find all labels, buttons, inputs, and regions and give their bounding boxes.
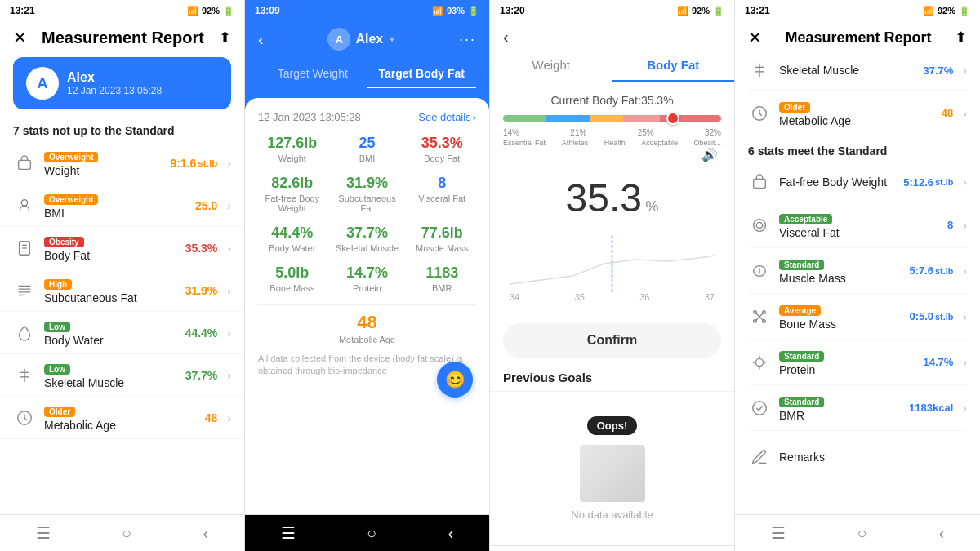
axis-37: 37: [705, 292, 715, 302]
bmr-label: BMR: [779, 409, 901, 422]
nav-menu-icon-4[interactable]: ☰: [771, 523, 786, 543]
weight-icon: [13, 152, 36, 175]
metric-bmi[interactable]: 25 BMI: [333, 135, 402, 163]
sm-chevron-icon: ›: [963, 64, 967, 77]
close-icon-4[interactable]: ✕: [748, 28, 762, 47]
list-item[interactable]: Older Metabolic Age 48 ›: [748, 91, 967, 136]
list-item[interactable]: Low Skeletal Muscle 37.7% ›: [0, 354, 244, 397]
back-button-3[interactable]: ‹: [503, 28, 509, 47]
see-details-btn[interactable]: See details ›: [418, 111, 476, 123]
subcutaneous-chevron-icon: ›: [227, 284, 231, 297]
skeletal-chevron-icon: ›: [227, 369, 231, 382]
back-button-2[interactable]: ‹: [258, 30, 264, 49]
metric-muscle-lbl: Muscle Mass: [408, 243, 476, 253]
header-4: ✕ Measurement Report ⬆: [735, 21, 980, 51]
bf-number: 35.3: [566, 176, 642, 220]
share-icon-4[interactable]: ⬆: [955, 29, 967, 47]
metric-muscle[interactable]: 77.6lb Muscle Mass: [408, 224, 476, 253]
tab-bodyfat-3[interactable]: Body Fat: [612, 50, 735, 82]
metric-bmr-lbl: BMR: [408, 283, 476, 293]
metric-bmr-val: 1183: [408, 264, 476, 282]
tab-target-bodyfat[interactable]: Target Body Fat: [368, 60, 477, 88]
protein-badge: Standard: [779, 351, 824, 362]
list-item[interactable]: Standard Protein 14.7% ›: [748, 340, 967, 385]
date-row-2: 12 Jan 2023 13:05:28 See details ›: [258, 111, 476, 123]
metric-bodywater-val: 44.4%: [258, 224, 327, 242]
bodywater-chevron-icon: ›: [227, 327, 231, 340]
weight-info: Overweight Weight: [44, 149, 162, 177]
fatfree-info: Fat-free Body Weight: [779, 176, 895, 189]
list-item[interactable]: Overweight BMI 25.0 ›: [0, 184, 244, 227]
protein-value: 14.7%: [923, 356, 953, 368]
metric-bone[interactable]: 5.0lb Bone Mass: [258, 264, 327, 293]
list-item[interactable]: Obesity Body Fat 35.3% ›: [0, 227, 244, 269]
skeletal-muscle-label: Skeletal Muscle: [779, 64, 915, 77]
tab-weight-3[interactable]: Weight: [490, 50, 612, 82]
list-item[interactable]: Fat-free Body Weight 5:12.6st.lb ›: [748, 162, 967, 202]
nav-home-icon[interactable]: ○: [122, 524, 131, 543]
list-item[interactable]: Overweight Weight 9:1.6st.lb ›: [0, 142, 244, 184]
close-icon[interactable]: ✕: [13, 28, 27, 47]
tab-target-weight[interactable]: Target Weight: [258, 60, 368, 88]
bf-label-32: 32%: [705, 128, 721, 137]
battery-3: 92%: [692, 6, 710, 16]
confirm-button[interactable]: Confirm: [503, 323, 721, 358]
metric-bodyfat[interactable]: 35.3% Body Fat: [408, 135, 476, 163]
user-info-1: Alex 12 Jan 2023 13:05:28: [67, 70, 162, 96]
nav-back-icon-4[interactable]: ‹: [938, 524, 944, 543]
list-item[interactable]: Standard BMR 1183kcal ›: [748, 385, 967, 431]
metric-bodywater[interactable]: 44.4% Body Water: [258, 224, 327, 253]
list-item[interactable]: Standard Muscle Mass 5:7.6st.lb ›: [748, 248, 967, 294]
metabolicage-badge: Older: [44, 407, 75, 417]
list-item[interactable]: Average Bone Mass 0:5.0st.lb ›: [748, 294, 967, 340]
nav-bar-3: ☰ ○ ‹: [490, 545, 734, 551]
fab-button[interactable]: 😊: [437, 362, 473, 398]
nav-home-icon-4[interactable]: ○: [858, 524, 867, 543]
skeletal-label: Skeletal Muscle: [44, 376, 177, 389]
bmi-chevron-icon: ›: [227, 199, 231, 212]
share-icon[interactable]: ⬆: [219, 29, 231, 47]
metric-skeletal[interactable]: 37.7% Skeletal Muscle: [333, 224, 402, 253]
metric-protein[interactable]: 14.7% Protein: [333, 264, 402, 293]
nav-back-icon[interactable]: ‹: [203, 524, 209, 543]
fatfree-value: 5:12.6st.lb: [903, 176, 953, 189]
bf-label-21: 21%: [570, 128, 586, 137]
bf-indicator: [666, 112, 679, 125]
metric-weight[interactable]: 127.6lb Weight: [258, 135, 327, 163]
nav-home-icon-2[interactable]: ○: [367, 524, 376, 543]
metric-bmr[interactable]: 1183 BMR: [408, 264, 476, 293]
bmr-icon: [748, 397, 771, 420]
list-item[interactable]: Low Body Water 44.4% ›: [0, 312, 244, 354]
metric-fatfree[interactable]: 82.6lb Fat-free Body Weight: [258, 175, 327, 213]
avatar-1: A: [26, 67, 59, 100]
audio-icon[interactable]: 🔊: [702, 147, 718, 162]
signal-icon-2: 📶: [432, 6, 443, 16]
battery-icon-4: 🔋: [959, 6, 970, 16]
metric-visceral[interactable]: 8 Visceral Fat: [408, 175, 476, 213]
user-row-2[interactable]: A Alex ▾: [327, 28, 394, 51]
metric-subcutaneous[interactable]: 31.9% Subcutaneous Fat: [333, 175, 402, 213]
battery-icon-2: 🔋: [468, 6, 479, 16]
empty-box-icon: [580, 445, 645, 502]
metric-visceral-lbl: Visceral Fat: [408, 193, 476, 203]
bodyfat-badge: Obesity: [44, 237, 84, 247]
metric-metabolic[interactable]: 48 Metabolic Age: [258, 312, 476, 344]
battery-icon-1: 🔋: [223, 6, 234, 16]
skeletal-value: 37.7%: [185, 369, 218, 382]
list-item[interactable]: Acceptable Visceral Fat 8 ›: [748, 202, 967, 248]
visceral-fat-badge: Acceptable: [779, 214, 832, 224]
current-bf-label: Current Body Fat:35.3%: [503, 94, 721, 107]
nav-menu-icon-2[interactable]: ☰: [281, 523, 296, 543]
more-options-icon[interactable]: ···: [459, 31, 476, 48]
list-item[interactable]: High Subcutaneous Fat 31.9% ›: [0, 269, 244, 312]
fab-container: 😊: [258, 362, 473, 398]
nav-back-icon-2[interactable]: ‹: [448, 524, 454, 543]
time-1: 13:21: [10, 5, 35, 16]
remarks-row[interactable]: Remarks: [748, 431, 967, 483]
fatfree-label: Fat-free Body Weight: [779, 176, 895, 189]
list-item[interactable]: Older Metabolic Age 48 ›: [0, 397, 244, 439]
nav-menu-icon[interactable]: ☰: [36, 523, 51, 543]
ma-chevron-icon: ›: [963, 107, 967, 120]
list-item[interactable]: Skeletal Muscle 37.7% ›: [748, 51, 967, 91]
metric-protein-val: 14.7%: [333, 264, 402, 282]
